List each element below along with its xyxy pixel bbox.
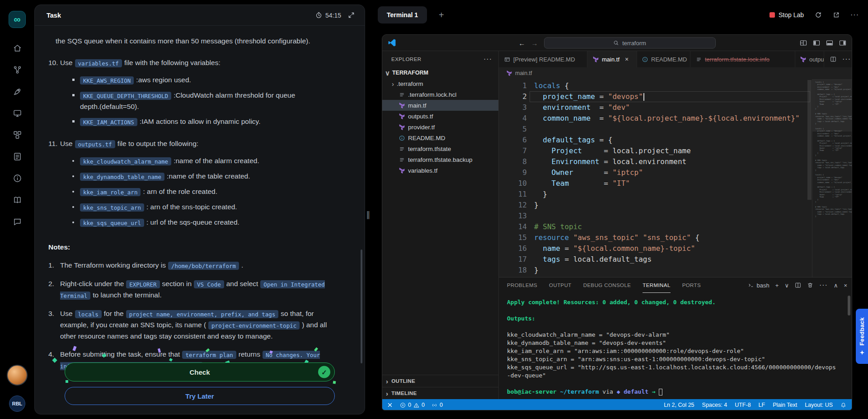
nav-forward-icon[interactable]: → (531, 39, 538, 47)
feedback-tab[interactable]: Feedback (856, 309, 868, 364)
stopwatch-icon (315, 12, 322, 19)
customize-layout-icon[interactable] (800, 39, 807, 47)
note-3: 3. Uselocalsfor theproject name, environ… (48, 308, 331, 342)
task-intro: the SQS queue when it contains more than… (56, 36, 311, 47)
avatar[interactable] (7, 365, 28, 386)
rocket-icon[interactable] (6, 80, 28, 102)
tab-task[interactable]: Task (47, 12, 61, 19)
terminal-line: kke_sqs_queue_url = "http://sqs.us-east-… (507, 363, 852, 372)
close-panel-icon[interactable]: × (844, 282, 847, 289)
close-tab-icon[interactable]: × (625, 56, 629, 63)
shell-selector[interactable]: bash (748, 282, 769, 289)
breadcrumb[interactable]: main.tf (499, 67, 852, 79)
file-item-outputs.tf[interactable]: outputs.tf (382, 111, 498, 122)
more-options-icon[interactable]: ··· (850, 11, 859, 19)
code-line-18: } (534, 265, 807, 276)
home-icon[interactable] (6, 37, 28, 59)
terminal[interactable]: Apply complete! Resources: 0 added, 0 ch… (499, 293, 852, 399)
chat-icon[interactable] (6, 211, 28, 232)
kill-terminal-icon[interactable] (807, 282, 813, 288)
vscode-logo[interactable] (388, 38, 396, 47)
editor-tab-outputs.tf[interactable]: outputs.tf (795, 51, 824, 67)
section-timeline[interactable]: ›TIMELINE (382, 387, 498, 399)
editor-tab-main.tf[interactable]: main.tf× (587, 51, 637, 67)
stop-lab-button[interactable]: Stop Lab (769, 11, 804, 19)
cursor-position[interactable]: Ln 2, Col 25 (664, 402, 694, 408)
toggle-sidebar-icon[interactable] (813, 39, 820, 47)
editor-scrollbar[interactable] (807, 80, 812, 200)
terminal-dropdown-icon[interactable]: ∨ (784, 282, 789, 289)
expand-icon[interactable] (348, 12, 355, 19)
eol[interactable]: LF (759, 402, 765, 408)
terminal-scrollbar[interactable] (848, 296, 850, 315)
ports-indicator[interactable]: 0 (432, 402, 443, 408)
minimap[interactable]: locals { project_name = "devops" environ… (812, 79, 852, 277)
file-item-variables.tf[interactable]: variables.tf (382, 165, 498, 176)
panel-tab-problems[interactable]: PROBLEMS (507, 278, 537, 293)
maximize-panel-icon[interactable]: ∧ (834, 282, 838, 289)
editor-tab-README.MD[interactable]: README.MD (637, 51, 690, 67)
encoding[interactable]: UTF-8 (735, 402, 751, 408)
code-editor[interactable]: 123456789101112131415161718 locals { pro… (499, 79, 852, 277)
task-item-10: 10. Usevariables.tffile with the followi… (48, 57, 331, 69)
terminal-line: kke_iam_role_arn = "arn:aws:iam::0000000… (507, 347, 852, 355)
code-line-8: Environment = local.environment (534, 156, 807, 167)
notifications-bell-icon[interactable] (840, 402, 846, 408)
keyboard-layout[interactable]: Layout: US (805, 402, 833, 408)
file-item-.terraform.lock.hcl[interactable]: .terraform.lock.hcl (382, 89, 498, 100)
language-mode[interactable]: Plain Text (773, 402, 797, 408)
command-center-search[interactable]: terraform (544, 37, 716, 48)
monitor-icon[interactable] (6, 102, 28, 124)
code-line-15: resource "aws_sns_topic" "sns_topic" { (534, 232, 807, 243)
apps-icon[interactable] (6, 124, 28, 146)
split-terminal-icon[interactable] (795, 282, 801, 288)
task-item-10-bullets: KKE_AWS_REGION:aws region used. KKE_QUEU… (72, 75, 331, 127)
rbl-badge[interactable]: RBL (9, 395, 25, 412)
panel-tab-debug-console[interactable]: DEBUG CONSOLE (583, 278, 631, 293)
file-item-README.MD[interactable]: README.MD (382, 132, 498, 143)
panel-tab-output[interactable]: OUTPUT (549, 278, 572, 293)
editor-tab-terraform.tfstate.lock.info[interactable]: terraform.tfstate.lock.info (690, 51, 795, 67)
file-file-icon (399, 157, 405, 163)
toggle-panel-icon[interactable] (826, 39, 833, 47)
explorer-more-icon[interactable]: ··· (483, 55, 492, 63)
check-button[interactable]: Check ✓ (65, 363, 335, 381)
add-terminal-tab-icon[interactable]: + (439, 10, 444, 20)
panel-more-icon[interactable]: ··· (819, 281, 828, 289)
section-outline[interactable]: ›OUTLINE (382, 375, 498, 387)
workspace-root[interactable]: ∨TERRAFORM (382, 67, 498, 78)
nav-back-icon[interactable]: ← (519, 39, 525, 47)
code-line-6: default_tags = { (534, 135, 807, 146)
workflow-icon[interactable] (6, 59, 28, 80)
file-item-provider.tf[interactable]: provider.tf (382, 122, 498, 132)
remote-indicator[interactable] (387, 402, 393, 408)
code-chip: variables.tf (75, 59, 122, 67)
split-editor-icon[interactable] (830, 56, 836, 62)
terminal-line (507, 306, 852, 315)
panel-tab-terminal[interactable]: TERMINAL (643, 278, 670, 293)
docs-icon[interactable] (6, 189, 28, 211)
panel-resize-handle[interactable]: ∥ (366, 210, 370, 220)
info-icon[interactable] (6, 167, 28, 189)
file-item-terraform.tfstate[interactable]: terraform.tfstate (382, 143, 498, 154)
open-in-new-icon[interactable] (833, 12, 840, 19)
panel-tab-ports[interactable]: PORTS (682, 278, 701, 293)
reload-icon[interactable] (815, 11, 822, 19)
panel-actions: bash + ∨ ··· ∧ × (748, 281, 847, 289)
indentation[interactable]: Spaces: 4 (702, 402, 727, 408)
brand-logo[interactable]: ∞ (9, 11, 26, 28)
new-terminal-icon[interactable]: + (775, 282, 779, 289)
editor-notes-icon[interactable] (6, 146, 28, 167)
file-item-terraform.tfstate.backup[interactable]: terraform.tfstate.backup (382, 154, 498, 165)
file-file-icon (399, 92, 405, 98)
editor-tab-[Preview] README.MD[interactable]: [Preview] README.MD (499, 51, 587, 67)
problems-indicator[interactable]: 0 0 (400, 402, 425, 408)
task-scrollbar[interactable] (361, 250, 362, 363)
terminal-line: -dev-queue" (507, 372, 852, 380)
try-later-button[interactable]: Try Later (65, 387, 335, 405)
toggle-secondary-sidebar-icon[interactable] (839, 39, 846, 47)
file-item-main.tf[interactable]: main.tf (382, 100, 498, 111)
editor-more-icon[interactable]: ··· (842, 55, 851, 63)
tab-terminal-1[interactable]: Terminal 1 (378, 6, 427, 24)
file-item-.terraform[interactable]: ›.terraform (382, 78, 498, 89)
